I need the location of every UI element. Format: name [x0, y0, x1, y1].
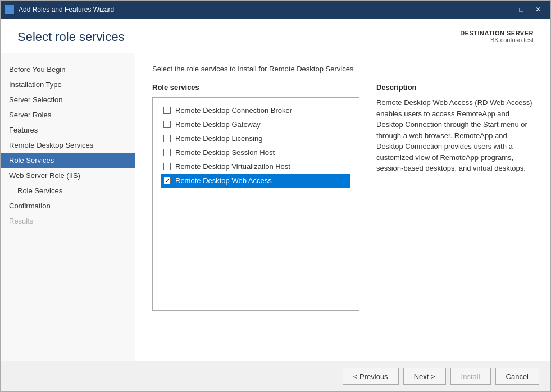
sidebar-item-features[interactable]: Features: [1, 122, 135, 138]
window-controls: — □ ✕: [497, 4, 546, 15]
left-column: Role services Remote Desktop Connection …: [152, 83, 359, 311]
service-item-session-host[interactable]: Remote Desktop Session Host: [161, 145, 350, 159]
description-section-label: Description: [376, 83, 534, 92]
service-label-connection-broker: Remote Desktop Connection Broker: [175, 106, 292, 115]
footer: < Previous Next > Install Cancel: [1, 361, 550, 391]
description-text: Remote Desktop Web Access (RD Web Access…: [376, 97, 534, 174]
sidebar-item-results: Results: [1, 213, 135, 229]
sidebar-item-installation-type[interactable]: Installation Type: [1, 77, 135, 92]
main-body: Before You Begin Installation Type Serve…: [1, 53, 550, 361]
service-label-virtualization-host: Remote Desktop Virtualization Host: [175, 162, 290, 171]
instruction-text: Select the role services to install for …: [152, 65, 534, 73]
destination-server-label: DESTINATION SERVER: [460, 30, 534, 37]
destination-server-info: DESTINATION SERVER BK.contoso.test: [460, 30, 534, 43]
sidebar-item-server-roles[interactable]: Server Roles: [1, 107, 135, 122]
sidebar-item-remote-desktop-services[interactable]: Remote Desktop Services: [1, 138, 135, 153]
sidebar-item-web-server-role[interactable]: Web Server Role (IIS): [1, 168, 135, 183]
service-item-web-access[interactable]: ✓ Remote Desktop Web Access: [161, 174, 350, 188]
sidebar-item-web-role-services[interactable]: Role Services: [1, 183, 135, 198]
service-label-session-host: Remote Desktop Session Host: [175, 148, 275, 157]
cancel-button[interactable]: Cancel: [495, 368, 539, 385]
main-content: Select the role services to install for …: [135, 53, 550, 361]
checkbox-virtualization-host[interactable]: [163, 163, 171, 170]
two-column-layout: Role services Remote Desktop Connection …: [152, 83, 534, 311]
next-button[interactable]: Next >: [403, 368, 446, 385]
checkbox-web-access[interactable]: ✓: [163, 177, 171, 184]
close-button[interactable]: ✕: [530, 4, 546, 15]
checkbox-connection-broker[interactable]: [163, 107, 171, 114]
service-label-gateway: Remote Desktop Gateway: [175, 120, 261, 129]
page-title: Select role services: [17, 30, 125, 44]
service-item-licensing[interactable]: Remote Desktop Licensing: [161, 131, 350, 145]
app-icon: [5, 5, 14, 14]
services-box: Remote Desktop Connection Broker Remote …: [152, 97, 359, 311]
service-item-virtualization-host[interactable]: Remote Desktop Virtualization Host: [161, 159, 350, 174]
destination-server-name: BK.contoso.test: [460, 37, 534, 43]
install-button[interactable]: Install: [450, 368, 491, 385]
checkbox-licensing[interactable]: [163, 135, 171, 142]
checkbox-session-host[interactable]: [163, 149, 171, 156]
svg-rect-1: [6, 7, 13, 7]
page-header: Select role services DESTINATION SERVER …: [1, 19, 550, 53]
right-column: Description Remote Desktop Web Access (R…: [376, 83, 534, 311]
sidebar-item-confirmation[interactable]: Confirmation: [1, 198, 135, 213]
svg-rect-3: [7, 13, 12, 13]
maximize-button[interactable]: □: [513, 4, 529, 15]
sidebar: Before You Begin Installation Type Serve…: [1, 53, 135, 361]
previous-button[interactable]: < Previous: [343, 368, 399, 385]
service-label-licensing: Remote Desktop Licensing: [175, 134, 262, 143]
content-area: Select role services DESTINATION SERVER …: [1, 19, 550, 391]
role-services-section-label: Role services: [152, 83, 359, 92]
checkbox-gateway[interactable]: [163, 121, 171, 128]
service-item-connection-broker[interactable]: Remote Desktop Connection Broker: [161, 103, 350, 117]
sidebar-item-role-services[interactable]: Role Services: [1, 153, 135, 168]
title-bar: Add Roles and Features Wizard — □ ✕: [1, 1, 550, 19]
service-label-web-access: Remote Desktop Web Access: [175, 176, 272, 185]
minimize-button[interactable]: —: [497, 4, 512, 15]
sidebar-item-server-selection[interactable]: Server Selection: [1, 92, 135, 107]
sidebar-item-before-you-begin[interactable]: Before You Begin: [1, 62, 135, 77]
service-item-gateway[interactable]: Remote Desktop Gateway: [161, 117, 350, 131]
window-title: Add Roles and Features Wizard: [19, 6, 497, 13]
main-window: Add Roles and Features Wizard — □ ✕ Sele…: [0, 0, 551, 392]
svg-rect-2: [8, 12, 11, 13]
